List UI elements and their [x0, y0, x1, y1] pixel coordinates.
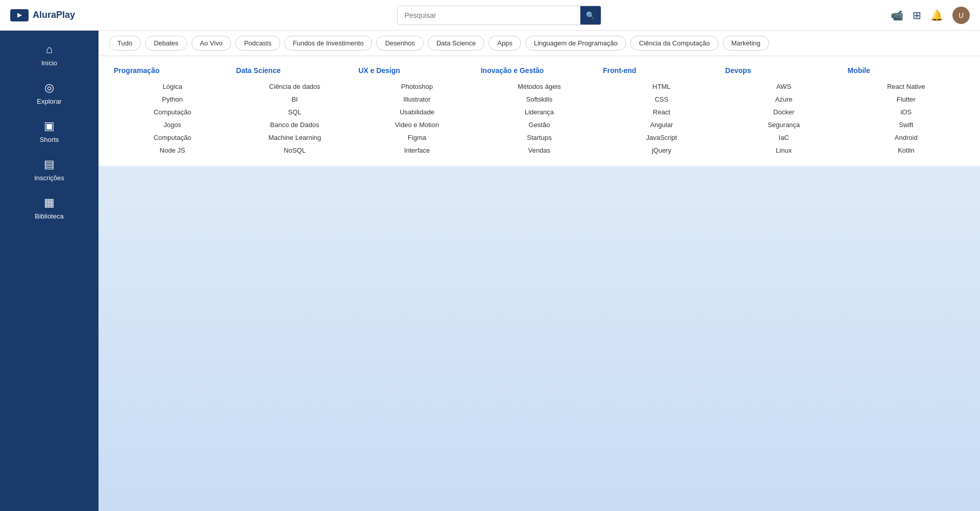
category-item[interactable]: CSS: [603, 94, 720, 104]
notification-icon[interactable]: 🔔: [930, 9, 943, 21]
filter-chip[interactable]: Marketing: [723, 36, 769, 51]
subscriptions-icon: ▤: [44, 158, 55, 171]
logo-icon: ▶: [10, 9, 29, 21]
category-col-5: DevopsAWSAzureDockerSegurançaIaCLinux: [725, 66, 843, 155]
main-layout: ⌂ Início ◎ Explorar ▣ Shorts ▤ Inscriçõe…: [0, 31, 980, 511]
filter-chip[interactable]: Podcasts: [235, 36, 280, 51]
filter-chip[interactable]: Apps: [488, 36, 521, 51]
category-item[interactable]: Android: [847, 133, 965, 142]
category-header[interactable]: Devops: [725, 66, 843, 75]
filter-chip[interactable]: Ao Vivo: [191, 36, 232, 51]
video-icon[interactable]: 📹: [891, 9, 903, 21]
category-item[interactable]: Kotlin: [847, 145, 965, 155]
category-item[interactable]: Startups: [481, 133, 598, 142]
category-col-4: Front-endHTMLCSSReactAngularJavaScriptjQ…: [603, 66, 720, 155]
sidebar-item-shorts[interactable]: ▣ Shorts: [0, 112, 99, 151]
category-header[interactable]: Data Science: [236, 66, 354, 75]
category-item[interactable]: Vendas: [481, 145, 598, 155]
sidebar-item-label-biblioteca: Biblioteca: [35, 212, 63, 220]
content-area: TudoDebatesAo VivoPodcastsFundos de Inve…: [99, 31, 980, 511]
search-box: 🔍: [397, 6, 601, 25]
search-area: 🔍: [107, 6, 891, 25]
sidebar-item-inicio[interactable]: ⌂ Início: [0, 36, 99, 74]
category-item[interactable]: Lógica: [114, 82, 231, 91]
category-item[interactable]: Computação: [114, 133, 231, 142]
category-area: ProgramaçãoLógicaPythonComputaçãoJogosCo…: [99, 56, 980, 166]
sidebar-item-label-explorar: Explorar: [37, 98, 61, 105]
sidebar-item-biblioteca[interactable]: ▦ Biblioteca: [0, 189, 99, 227]
category-item[interactable]: Usabilidade: [358, 107, 476, 117]
category-item[interactable]: Docker: [725, 107, 843, 117]
apps-grid-icon[interactable]: ⊞: [913, 9, 921, 21]
category-item[interactable]: Gestão: [481, 120, 598, 130]
shorts-icon: ▣: [44, 119, 55, 133]
category-item[interactable]: React: [603, 107, 720, 117]
category-item[interactable]: Node JS: [114, 145, 231, 155]
category-item[interactable]: jQuery: [603, 145, 720, 155]
sidebar: ⌂ Início ◎ Explorar ▣ Shorts ▤ Inscriçõe…: [0, 31, 99, 511]
filter-chip[interactable]: Tudo: [109, 36, 141, 51]
category-item[interactable]: Flutter: [847, 94, 965, 104]
category-header[interactable]: Programação: [114, 66, 231, 75]
category-item[interactable]: SQL: [236, 107, 354, 117]
filter-chip[interactable]: Ciência da Computação: [630, 36, 719, 51]
category-item[interactable]: Ciência de dados: [236, 82, 354, 91]
category-item[interactable]: BI: [236, 94, 354, 104]
filter-chip[interactable]: Desenhos: [376, 36, 424, 51]
filter-chip[interactable]: Data Science: [428, 36, 484, 51]
category-item[interactable]: Azure: [725, 94, 843, 104]
category-item[interactable]: Figma: [358, 133, 476, 142]
category-item[interactable]: React Native: [847, 82, 965, 91]
category-header[interactable]: Front-end: [603, 66, 720, 75]
category-item[interactable]: Softskills: [481, 94, 598, 104]
category-item[interactable]: JavaScript: [603, 133, 720, 142]
header: ▶ AluraPlay 🔍 📹 ⊞ 🔔 U: [0, 0, 980, 31]
category-item[interactable]: Illustrator: [358, 94, 476, 104]
category-item[interactable]: AWS: [725, 82, 843, 91]
category-header[interactable]: Mobile: [847, 66, 965, 75]
category-item[interactable]: Python: [114, 94, 231, 104]
category-col-6: MobileReact NativeFlutteriOSSwiftAndroid…: [847, 66, 965, 155]
search-input[interactable]: [398, 7, 580, 23]
category-item[interactable]: Segurança: [725, 120, 843, 130]
sidebar-item-inscricoes[interactable]: ▤ Inscrições: [0, 151, 99, 189]
category-item[interactable]: Liderança: [481, 107, 598, 117]
filter-bar: TudoDebatesAo VivoPodcastsFundos de Inve…: [99, 31, 980, 56]
category-col-0: ProgramaçãoLógicaPythonComputaçãoJogosCo…: [114, 66, 231, 155]
filter-chip[interactable]: Debates: [145, 36, 187, 51]
search-button[interactable]: 🔍: [580, 6, 601, 25]
sidebar-item-label-inicio: Início: [41, 59, 57, 67]
sidebar-item-label-inscricoes: Inscrições: [34, 174, 64, 182]
category-col-1: Data ScienceCiência de dadosBISQLBanco d…: [236, 66, 354, 155]
search-icon: 🔍: [586, 11, 595, 19]
library-icon: ▦: [44, 196, 55, 209]
explore-icon: ◎: [44, 81, 54, 94]
category-item[interactable]: Interface: [358, 145, 476, 155]
home-icon: ⌂: [46, 43, 53, 56]
category-item[interactable]: Linux: [725, 145, 843, 155]
category-col-2: UX e DesignPhotoshopIllustratorUsabilida…: [358, 66, 476, 155]
category-item[interactable]: IaC: [725, 133, 843, 142]
category-item[interactable]: Métodos ágeis: [481, 82, 598, 91]
category-item[interactable]: Computação: [114, 107, 231, 117]
filter-chip[interactable]: Fundos de Investimento: [284, 36, 373, 51]
category-item[interactable]: iOS: [847, 107, 965, 117]
sidebar-item-explorar[interactable]: ◎ Explorar: [0, 74, 99, 112]
category-header[interactable]: UX e Design: [358, 66, 476, 75]
main-content: [99, 166, 980, 511]
category-item[interactable]: Video e Motion: [358, 120, 476, 130]
category-item[interactable]: Angular: [603, 120, 720, 130]
category-item[interactable]: Jogos: [114, 120, 231, 130]
logo-text: AluraPlay: [33, 10, 75, 20]
logo-area: ▶ AluraPlay: [10, 9, 107, 21]
category-item[interactable]: Banco de Dados: [236, 120, 354, 130]
filter-chip[interactable]: Linguagem de Programação: [525, 36, 626, 51]
category-item[interactable]: HTML: [603, 82, 720, 91]
category-grid: ProgramaçãoLógicaPythonComputaçãoJogosCo…: [114, 66, 965, 155]
category-header[interactable]: Inovação e Gestão: [481, 66, 598, 75]
category-item[interactable]: Photoshop: [358, 82, 476, 91]
avatar[interactable]: U: [952, 7, 970, 24]
category-item[interactable]: Machine Learning: [236, 133, 354, 142]
category-item[interactable]: NoSQL: [236, 145, 354, 155]
category-item[interactable]: Swift: [847, 120, 965, 130]
